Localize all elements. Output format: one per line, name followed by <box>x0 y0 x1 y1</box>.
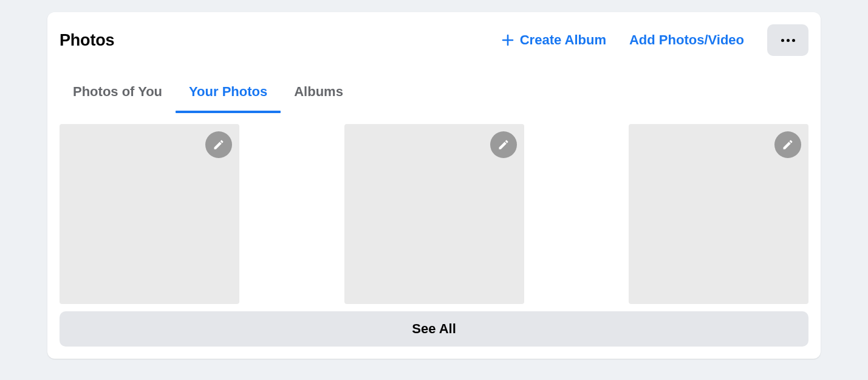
more-options-button[interactable] <box>767 24 808 56</box>
photo-tile[interactable] <box>629 124 808 304</box>
section-title: Photos <box>60 31 114 50</box>
plus-icon <box>502 34 514 46</box>
photo-grid <box>60 124 808 304</box>
edit-photo-button[interactable] <box>774 131 801 158</box>
card-header: Photos Create Album Add Photos/Video <box>60 24 808 56</box>
edit-photo-button[interactable] <box>205 131 232 158</box>
tab-label: Your Photos <box>189 84 267 99</box>
photo-tile[interactable] <box>344 124 524 304</box>
add-photos-label: Add Photos/Video <box>629 32 744 48</box>
see-all-button[interactable]: See All <box>60 311 808 347</box>
header-actions: Create Album Add Photos/Video <box>502 24 808 56</box>
tabs: Photos of You Your Photos Albums <box>60 74 808 113</box>
photos-card: Photos Create Album Add Photos/Video <box>47 12 821 359</box>
tab-your-photos[interactable]: Your Photos <box>176 74 281 113</box>
create-album-label: Create Album <box>520 32 606 48</box>
tab-photos-of-you[interactable]: Photos of You <box>60 74 176 113</box>
create-album-button[interactable]: Create Album <box>502 32 606 48</box>
page-root: Photos Create Album Add Photos/Video <box>0 0 868 359</box>
tab-albums[interactable]: Albums <box>281 74 357 113</box>
edit-photo-button[interactable] <box>490 131 517 158</box>
pencil-icon <box>213 139 225 151</box>
photo-tile[interactable] <box>60 124 239 304</box>
more-options-icon <box>781 39 795 42</box>
see-all-label: See All <box>412 321 456 337</box>
pencil-icon <box>782 139 794 151</box>
tab-label: Albums <box>294 84 343 99</box>
add-photos-button[interactable]: Add Photos/Video <box>629 32 744 48</box>
tab-label: Photos of You <box>73 84 162 99</box>
pencil-icon <box>497 139 510 151</box>
